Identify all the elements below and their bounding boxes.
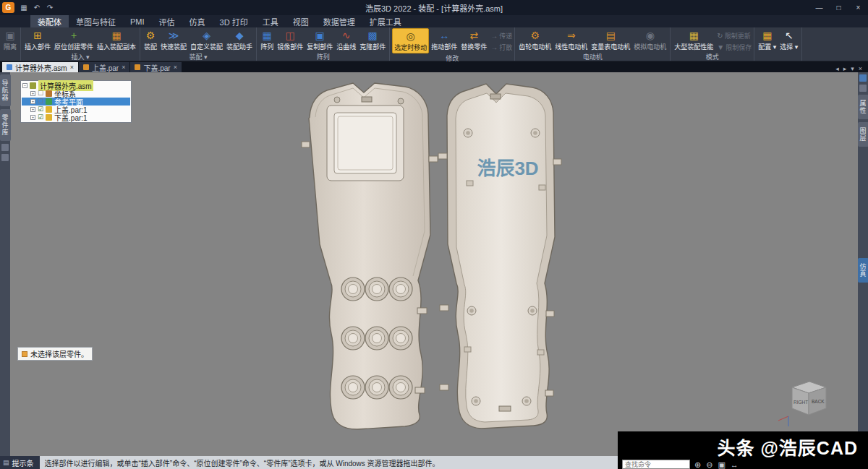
command-search-input[interactable]	[622, 460, 690, 469]
ribbon-tab-2[interactable]: PMI	[123, 15, 152, 27]
view-cube[interactable]: RIGHT BACK	[778, 382, 826, 426]
pattern-button[interactable]: ▦阵列	[259, 28, 275, 52]
maximize-button[interactable]: □	[829, 0, 848, 15]
tab-nav-control-1[interactable]: ▸	[843, 65, 847, 72]
left-dock-icon[interactable]	[1, 154, 9, 161]
button-label: 插入部件	[25, 42, 51, 51]
large-assembly-button[interactable]: ▦大型装配性能	[673, 28, 715, 52]
ribbon-tab-3[interactable]: 评估	[152, 15, 182, 27]
ribbon-tab-0[interactable]: 装配体	[30, 15, 69, 27]
redo-icon[interactable]: ↷	[44, 4, 56, 12]
transfer-button[interactable]: →传递	[490, 31, 512, 40]
tree-item-3[interactable]: +☑下盖.par:1	[22, 113, 130, 121]
left-dock-tab-0[interactable]: 导航器	[0, 74, 11, 106]
zoom-out-icon[interactable]: ⊖	[706, 460, 712, 469]
model-canvas[interactable]: 浩辰3D	[10, 72, 858, 456]
isolate-button[interactable]: ▣隔离	[2, 28, 18, 52]
checkbox-icon[interactable]: ☑	[38, 106, 43, 113]
custom-assemble-button[interactable]: ◈自定义装配	[189, 28, 224, 52]
along-curve-button[interactable]: ∿沿曲线	[335, 28, 357, 52]
ribbon-group-label: 阵列	[259, 52, 387, 61]
document-tab-1[interactable]: 上盖.par×	[79, 62, 130, 72]
insert-part-button[interactable]: ⊞插入部件	[23, 28, 52, 52]
button-label: 拖动部件	[431, 42, 457, 51]
disperse-icon: →	[490, 43, 498, 51]
zoom-in-icon[interactable]: ⊕	[694, 460, 701, 469]
clone-button[interactable]: ▩克隆部件	[358, 28, 387, 52]
gear-motor-button[interactable]: ⚙齿轮电动机	[517, 28, 553, 52]
checkbox-icon[interactable]: ☑	[38, 114, 43, 121]
tab-nav-control-3[interactable]: ×	[859, 65, 862, 72]
close-button[interactable]: ×	[848, 0, 868, 15]
checkbox-icon[interactable]: ☐	[38, 90, 43, 97]
ribbon-tab-5[interactable]: 3D 打印	[213, 15, 255, 27]
zoom-window-icon[interactable]: ▣	[718, 460, 725, 469]
right-dock-icon[interactable]	[859, 74, 867, 82]
ribbon-tab-1[interactable]: 草图与特征	[69, 15, 123, 27]
left-dock-icon[interactable]	[1, 144, 9, 151]
right-dock-tab-1[interactable]: 图层	[858, 122, 868, 147]
view-cube-right-face-label[interactable]: BACK	[812, 399, 825, 404]
mirror-button[interactable]: ◫镜像部件	[276, 28, 305, 52]
assemble-button[interactable]: ⚙装配	[142, 28, 158, 52]
ribbon-group-2: ⚙装配≫快速装配◈自定义装配◆装配助手装配 ▾	[140, 27, 257, 61]
limited-save-button[interactable]: ▼限制保存	[717, 43, 752, 52]
replace-button[interactable]: ⇄替换零件	[459, 28, 488, 52]
model-front-shell[interactable]	[302, 83, 438, 429]
assistant-button[interactable]: ◆装配助手	[225, 28, 254, 52]
linear-motor-button[interactable]: ⇒线性电动机	[553, 28, 589, 52]
expander-icon[interactable]: +	[30, 91, 35, 96]
select-tool-button[interactable]: ↖选择 ▾	[778, 28, 799, 52]
document-tab-2[interactable]: 下盖.par×	[130, 62, 182, 72]
front-screw-hole	[398, 98, 404, 104]
minimize-button[interactable]: —	[809, 0, 829, 15]
custom-assemble-icon: ◈	[203, 29, 210, 42]
document-tab-0[interactable]: 计算器外壳.asm×	[2, 62, 78, 72]
copy-button[interactable]: ▣复制部件	[305, 28, 334, 52]
model-back-shell[interactable]: 浩辰3D	[438, 84, 561, 429]
move-selected-button[interactable]: ◎选定时移动	[392, 28, 429, 53]
create-in-place-button[interactable]: +原位创建零件	[53, 28, 95, 52]
disperse-button[interactable]: →打散	[490, 43, 512, 52]
quick-assemble-button[interactable]: ≫快速装配	[159, 28, 188, 52]
ribbon-tab-8[interactable]: 数据管理	[316, 15, 362, 27]
viewport-3d[interactable]: 浩辰3D	[10, 72, 858, 456]
ribbon-tab-7[interactable]: 视图	[286, 15, 316, 27]
undo-icon[interactable]: ↶	[31, 4, 43, 12]
table-motor-button[interactable]: ▤变量表电动机	[590, 28, 631, 52]
right-dock-icon[interactable]	[859, 85, 867, 92]
save-icon[interactable]: ▦	[18, 4, 30, 12]
insert-copy-button[interactable]: ▦插入装配副本	[95, 28, 137, 52]
view-cube-left-face-label[interactable]: RIGHT	[793, 400, 808, 405]
checkbox-icon[interactable]: ☐	[38, 98, 43, 105]
close-icon[interactable]: ×	[70, 64, 74, 71]
prompt-badge: ▤ 提示条	[0, 456, 40, 469]
ribbon-tab-4[interactable]: 仿真	[182, 15, 213, 27]
tab-nav-control-0[interactable]: ◂	[835, 65, 839, 72]
tab-nav-control-2[interactable]: ▾	[851, 65, 854, 72]
expander-icon[interactable]: +	[30, 107, 35, 112]
right-dock-tab-0[interactable]: 属性	[858, 95, 868, 119]
sim-motor-button[interactable]: ◉模拟电动机	[632, 28, 668, 52]
assembly-icon	[30, 82, 36, 89]
ribbon-tab-bar: 装配体草图与特征PMI评估仿真3D 打印工具视图数据管理扩展工具	[0, 15, 868, 27]
pan-icon[interactable]: ↔	[731, 460, 739, 469]
right-dock-tab-2[interactable]: 仿真	[858, 258, 868, 283]
ribbon-group-label: 电动机	[517, 52, 668, 61]
expander-icon[interactable]: +	[30, 115, 35, 120]
ribbon-tab-6[interactable]: 工具	[255, 15, 286, 27]
left-dock-tab-1[interactable]: 零件库	[0, 109, 11, 141]
mirror-icon: ◫	[286, 29, 295, 42]
app-logo-icon[interactable]: G	[2, 2, 14, 13]
limited-update-button[interactable]: ↻限制更新	[717, 31, 752, 40]
ribbon-tab-9[interactable]: 扩展工具	[362, 15, 409, 27]
front-latch-slot	[362, 97, 372, 102]
button-label: 克隆部件	[359, 42, 386, 51]
drag-button[interactable]: ↔拖动部件	[430, 28, 459, 52]
watermark-text: 头条 @浩辰CAD	[618, 431, 868, 460]
expander-icon[interactable]: −	[22, 83, 27, 88]
config-button[interactable]: ▦配置 ▾	[757, 28, 778, 52]
close-icon[interactable]: ×	[174, 64, 177, 71]
expander-icon[interactable]: +	[30, 99, 35, 104]
close-icon[interactable]: ×	[122, 64, 125, 71]
